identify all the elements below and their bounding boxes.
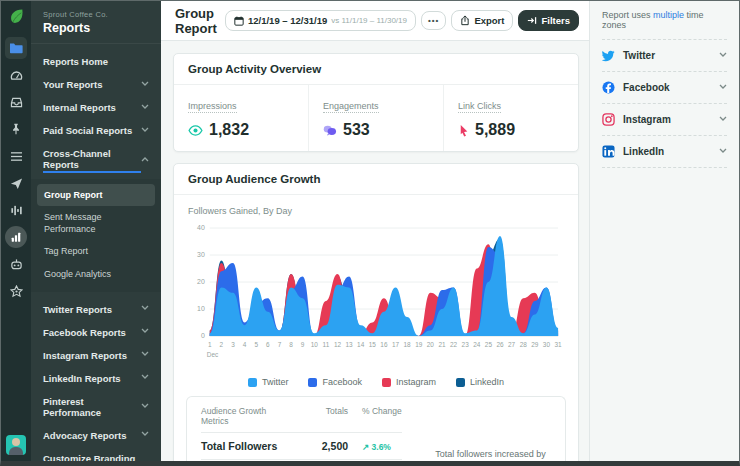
submenu-item-group-report[interactable]: Group Report xyxy=(37,184,155,206)
sidebar-item-internal-reports[interactable]: Internal Reports xyxy=(31,96,161,119)
svg-text:17: 17 xyxy=(392,341,400,348)
chart-legend: Twitter Facebook Instagram LinkedIn xyxy=(174,372,578,396)
metric-label-link-clicks: Link Clicks xyxy=(458,101,501,113)
metric-value-engagements: 533 xyxy=(343,121,370,139)
filters-icon xyxy=(527,16,537,25)
date-range-button[interactable]: 12/1/19 – 12/31/19 vs 11/1/19 – 11/30/19 xyxy=(225,10,416,31)
svg-text:12: 12 xyxy=(334,341,342,348)
sidebar-item-customize-branding[interactable]: Customize Branding xyxy=(31,447,161,461)
chevron-down-icon xyxy=(719,52,727,60)
table-row-total-followers: Total Followers 2,500 ↗ 3.6% xyxy=(201,433,402,460)
facebook-icon xyxy=(602,81,615,94)
metric-impressions: Impressions 1,832 xyxy=(174,85,309,151)
svg-text:21: 21 xyxy=(438,341,446,348)
advocacy-star-icon[interactable] xyxy=(5,280,27,302)
page-header: Group Report 12/1/19 – 12/31/19 vs 11/1/… xyxy=(161,1,589,41)
svg-text:20: 20 xyxy=(427,341,435,348)
legend-item-twitter[interactable]: Twitter xyxy=(248,377,289,387)
listening-waveform-icon[interactable] xyxy=(5,199,27,221)
svg-text:Dec: Dec xyxy=(207,351,219,358)
linkedin-legend-swatch xyxy=(456,378,465,387)
chart-subtitle: Followers Gained, By Day xyxy=(188,206,564,216)
submenu-item-google-analytics[interactable]: Google Analytics xyxy=(37,263,155,285)
sidebar-item-paid-social-reports[interactable]: Paid Social Reports xyxy=(31,119,161,142)
submenu-item-sent-message-performance[interactable]: Sent Message Performance xyxy=(37,206,155,240)
chevron-down-icon xyxy=(141,81,149,89)
svg-text:5: 5 xyxy=(254,341,258,348)
submenu-item-tag-report[interactable]: Tag Report xyxy=(37,240,155,262)
twitter-icon xyxy=(602,49,615,62)
sidebar-item-cross-channel-reports[interactable]: Cross-Channel Reports xyxy=(31,142,161,179)
network-row-linkedin[interactable]: LinkedIn xyxy=(602,136,727,168)
date-range-text: 12/1/19 – 12/31/19 xyxy=(248,15,327,26)
svg-text:9: 9 xyxy=(301,341,305,348)
list-icon[interactable] xyxy=(5,145,27,167)
svg-text:19: 19 xyxy=(415,341,423,348)
table-header-change: % Change xyxy=(348,406,402,416)
audience-growth-metrics-table: Audience Growth Metrics Totals % Change … xyxy=(186,396,566,461)
growth-title: Group Audience Growth xyxy=(174,164,578,195)
inbox-icon[interactable] xyxy=(5,91,27,113)
timezone-note: Report uses multiple time zones xyxy=(602,10,727,40)
send-paper-plane-icon[interactable] xyxy=(5,172,27,194)
change-badge: ↗ 3.6% xyxy=(348,442,402,452)
network-row-facebook[interactable]: Facebook xyxy=(602,72,727,104)
group-activity-overview-card: Group Activity Overview Impressions 1,83… xyxy=(173,53,579,152)
chevron-down-icon xyxy=(719,84,727,92)
legend-item-facebook[interactable]: Facebook xyxy=(308,377,362,387)
bot-icon[interactable] xyxy=(5,253,27,275)
svg-text:23: 23 xyxy=(462,341,470,348)
svg-text:30: 30 xyxy=(197,251,205,258)
svg-text:31: 31 xyxy=(554,341,562,348)
cursor-click-icon xyxy=(458,124,469,137)
legend-item-instagram[interactable]: Instagram xyxy=(382,377,436,387)
svg-text:3: 3 xyxy=(231,341,235,348)
export-button[interactable]: Export xyxy=(451,10,513,31)
sidebar-item-linkedin-reports[interactable]: LinkedIn Reports xyxy=(31,367,161,390)
sidebar-item-instagram-reports[interactable]: Instagram Reports xyxy=(31,344,161,367)
svg-text:28: 28 xyxy=(520,341,528,348)
svg-text:22: 22 xyxy=(450,341,458,348)
company-name: Sprout Coffee Co. xyxy=(43,10,149,19)
sidebar-header: Sprout Coffee Co. Reports xyxy=(31,1,161,44)
instagram-legend-swatch xyxy=(382,378,391,387)
sidebar-item-reports-home[interactable]: Reports Home xyxy=(31,50,161,73)
metric-value-link-clicks: 5,889 xyxy=(475,121,515,139)
table-header-totals: Totals xyxy=(290,406,348,416)
network-row-instagram[interactable]: Instagram xyxy=(602,104,727,136)
legend-item-linkedin[interactable]: LinkedIn xyxy=(456,377,504,387)
filters-button[interactable]: Filters xyxy=(518,10,579,31)
calendar-icon xyxy=(234,16,244,26)
multiple-timezones-link[interactable]: multiple xyxy=(653,10,684,20)
network-row-twitter[interactable]: Twitter xyxy=(602,40,727,72)
export-icon xyxy=(460,15,470,26)
app-window: Sprout Coffee Co. Reports Reports Home Y… xyxy=(0,0,740,466)
reports-bar-chart-icon[interactable] xyxy=(5,226,27,248)
svg-text:25: 25 xyxy=(485,341,493,348)
reports-sidebar: Sprout Coffee Co. Reports Reports Home Y… xyxy=(31,1,161,461)
sidebar-item-pinterest-performance[interactable]: Pinterest Performance xyxy=(31,390,161,424)
report-content: Group Activity Overview Impressions 1,83… xyxy=(161,41,589,461)
sidebar-item-facebook-reports[interactable]: Facebook Reports xyxy=(31,321,161,344)
dashboard-gauge-icon[interactable] xyxy=(5,64,27,86)
metric-link-clicks: Link Clicks 5,889 xyxy=(444,85,578,151)
svg-text:10: 10 xyxy=(311,341,319,348)
pin-icon[interactable] xyxy=(5,118,27,140)
sidebar-item-your-reports[interactable]: Your Reports xyxy=(31,73,161,96)
sidebar-item-twitter-reports[interactable]: Twitter Reports xyxy=(31,298,161,321)
sprout-logo-icon[interactable] xyxy=(8,8,25,25)
chat-bubbles-icon xyxy=(323,125,337,136)
reports-folder-icon[interactable] xyxy=(5,37,27,59)
eye-icon xyxy=(188,125,203,136)
svg-text:1: 1 xyxy=(208,341,212,348)
audience-growth-chart: 0102030401234567891011121314151617181920… xyxy=(188,218,564,368)
svg-text:13: 13 xyxy=(346,341,354,348)
user-avatar[interactable] xyxy=(6,435,26,455)
svg-text:29: 29 xyxy=(531,341,539,348)
svg-text:6: 6 xyxy=(266,341,270,348)
svg-text:16: 16 xyxy=(380,341,388,348)
sidebar-item-advocacy-reports[interactable]: Advocacy Reports xyxy=(31,424,161,447)
linkedin-icon xyxy=(602,145,615,158)
cross-channel-submenu: Group Report Sent Message Performance Ta… xyxy=(31,179,161,292)
more-options-button[interactable]: ••• xyxy=(421,11,446,30)
